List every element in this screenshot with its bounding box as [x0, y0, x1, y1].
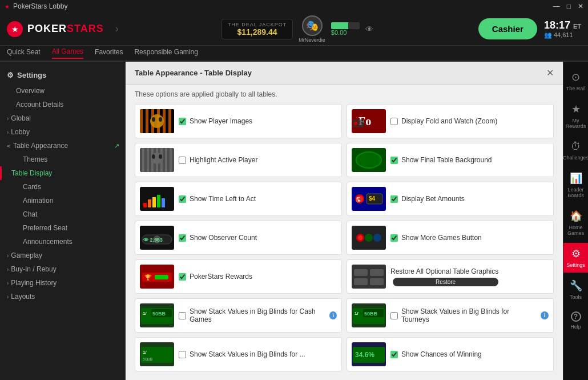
- sidebar-item-table-display[interactable]: Table Display: [0, 166, 125, 180]
- checkbox-chances-winning[interactable]: [390, 351, 398, 358]
- option-label-pokerstars-rewards[interactable]: PokerStars Rewards: [179, 273, 252, 281]
- nav-responsible-gaming[interactable]: Responsible Gaming: [134, 48, 198, 58]
- thumb-stack-values3: 1/ 50BB: [140, 342, 174, 366]
- close-window-button[interactable]: ✕: [578, 2, 583, 10]
- sidebar-item-announcements[interactable]: Announcements: [0, 235, 125, 249]
- checkbox-show-observer-count[interactable]: [179, 234, 186, 242]
- option-show-more-games-button: Show More Games Button: [347, 221, 554, 255]
- sidebar-section-global[interactable]: Global: [0, 111, 125, 125]
- sidebar-item-animation[interactable]: Animation: [0, 194, 125, 207]
- themes-link-icon[interactable]: ↗: [114, 142, 119, 150]
- svg-text:50BB: 50BB: [143, 357, 152, 361]
- svg-rect-24: [157, 195, 160, 207]
- option-label-show-time-left[interactable]: Show Time Left to Act: [179, 195, 256, 203]
- option-label-stack-values-tourneys[interactable]: Show Stack Values in Big Blinds for Tour…: [390, 307, 549, 323]
- option-stack-values3: 1/ 50BB Show Stack Values in Big Blinds …: [135, 337, 342, 371]
- sidebar-section-lobby[interactable]: Lobby: [0, 125, 125, 139]
- checkbox-stack-values-tourneys[interactable]: [390, 312, 398, 319]
- checkbox-show-time-left[interactable]: [179, 195, 186, 203]
- info-stack-tour-icon[interactable]: i: [541, 311, 549, 319]
- sidebar-section-table-appearance[interactable]: ∨ Table Appearance ↗: [0, 139, 125, 153]
- expand-arrow[interactable]: ›: [115, 23, 119, 35]
- balance-bar: [331, 22, 360, 29]
- sidebar-section-playing-history[interactable]: Playing History: [0, 276, 125, 290]
- rail-item-challenges[interactable]: ⏱ Challenges: [563, 136, 588, 165]
- leaderboards-icon: 📊: [570, 172, 582, 185]
- checkbox-highlight-active-player[interactable]: [179, 157, 186, 164]
- rail-item-tools[interactable]: 🔧 Tools: [563, 275, 588, 305]
- global-label: Global: [11, 114, 31, 122]
- close-settings-button[interactable]: ✕: [546, 67, 554, 78]
- nav-quick-seat[interactable]: Quick Seat: [7, 48, 41, 58]
- table-appearance-arrow-icon: ∨: [6, 144, 12, 148]
- sidebar-section-layouts[interactable]: Layouts: [0, 290, 125, 303]
- svg-text:🏆: 🏆: [144, 274, 152, 281]
- option-label-highlight-active-player[interactable]: Highlight Active Player: [179, 156, 257, 164]
- checkbox-display-fold-watch[interactable]: [390, 118, 398, 125]
- option-label-stack-values-cash[interactable]: Show Stack Values in Big Blinds for Cash…: [179, 307, 337, 323]
- layouts-label: Layouts: [11, 293, 35, 301]
- checkbox-show-final-table[interactable]: [390, 157, 398, 164]
- sidebar-item-cards[interactable]: Cards: [0, 180, 125, 194]
- info-stack-cash-icon[interactable]: i: [329, 311, 337, 319]
- checkbox-pokerstars-rewards[interactable]: [179, 273, 186, 281]
- svg-point-41: [358, 235, 363, 240]
- option-display-bet-amounts: 🂡 $4 Display Bet Amounts: [347, 182, 554, 216]
- announcements-label: Announcements: [23, 238, 73, 246]
- thumb-show-more-games-button: [352, 226, 386, 250]
- nav-favorites[interactable]: Favorites: [95, 48, 123, 58]
- option-label-display-fold-watch[interactable]: Display Fold and Watch (Zoom): [390, 117, 497, 125]
- account-details-label: Account Details: [16, 101, 63, 109]
- option-pokerstars-rewards: 🏆 PokerStars Rewards: [135, 259, 342, 294]
- option-show-player-images: Show Player Images: [135, 104, 342, 138]
- checkbox-stack-values3[interactable]: [179, 351, 186, 358]
- sidebar-item-preferred-seat[interactable]: Preferred Seat: [0, 221, 125, 235]
- option-label-show-player-images[interactable]: Show Player Images: [179, 117, 252, 125]
- visibility-icon[interactable]: 👁: [365, 25, 373, 34]
- rail-item-settings[interactable]: ⚙ Settings: [563, 243, 588, 273]
- option-label-show-more-games-button[interactable]: Show More Games Button: [390, 234, 482, 242]
- maximize-button[interactable]: □: [567, 2, 571, 10]
- rail-item-my-rewards[interactable]: ★ My Rewards: [563, 98, 588, 134]
- stack-values3-text: Show Stack Values in Big Blinds for ...: [190, 350, 305, 358]
- sidebar-item-overview[interactable]: Overview: [0, 84, 125, 98]
- tools-icon: 🔧: [570, 279, 582, 292]
- option-label-show-final-table[interactable]: Show Final Table Background: [390, 156, 492, 164]
- logo-text: POKERSTARS: [27, 23, 104, 35]
- checkbox-show-more-games-button[interactable]: [390, 234, 398, 242]
- rail-item-leaderboards[interactable]: 📊 Leader Boards: [563, 167, 588, 203]
- rail-item-the-rail[interactable]: ⊙ The Rail: [563, 66, 588, 96]
- checkbox-stack-values-cash[interactable]: [179, 312, 186, 319]
- window-title: PokerStars Lobby: [13, 2, 67, 10]
- sidebar-section-buyin[interactable]: Buy-In / Rebuy: [0, 262, 125, 276]
- challenges-icon: ⏱: [571, 141, 581, 153]
- rail-item-help[interactable]: ? Help: [563, 307, 588, 334]
- show-time-left-text: Show Time Left to Act: [190, 195, 256, 203]
- svg-text:👁 2,983: 👁 2,983: [143, 237, 163, 243]
- cashier-button[interactable]: Cashier: [478, 18, 537, 39]
- option-label-show-observer-count[interactable]: Show Observer Count: [179, 234, 257, 242]
- thumb-show-time-left: [140, 187, 174, 211]
- sidebar-item-account-details[interactable]: Account Details: [0, 98, 125, 111]
- chat-label: Chat: [23, 210, 37, 218]
- checkbox-display-bet-amounts[interactable]: [390, 195, 398, 203]
- rail-item-home-games[interactable]: 🏠 Home Games: [563, 205, 588, 241]
- sidebar-item-themes[interactable]: Themes: [0, 153, 125, 166]
- playing-history-label: Playing History: [11, 279, 57, 287]
- minimize-button[interactable]: —: [553, 2, 560, 10]
- options-grid: Show Player Images Fo Display Fold and W…: [126, 104, 563, 380]
- option-label-display-bet-amounts[interactable]: Display Bet Amounts: [390, 195, 465, 203]
- option-label-chances-winning[interactable]: Show Chances of Winning: [390, 350, 482, 358]
- right-rail: ⊙ The Rail ★ My Rewards ⏱ Challenges 📊 L…: [563, 62, 588, 380]
- option-display-fold-watch: Fo Display Fold and Watch (Zoom): [347, 104, 554, 138]
- svg-point-16: [152, 154, 155, 159]
- window-controls: — □ ✕: [553, 2, 583, 10]
- nav-all-games[interactable]: All Games: [52, 47, 83, 59]
- svg-point-19: [356, 152, 381, 168]
- restore-button[interactable]: Restore: [393, 278, 498, 286]
- sidebar-item-chat[interactable]: Chat: [0, 207, 125, 221]
- table-appearance-label: Table Appearance: [13, 142, 68, 150]
- sidebar-section-gameplay[interactable]: Gameplay: [0, 249, 125, 262]
- option-label-stack-values3[interactable]: Show Stack Values in Big Blinds for ...: [179, 350, 305, 358]
- checkbox-show-player-images[interactable]: [179, 118, 186, 125]
